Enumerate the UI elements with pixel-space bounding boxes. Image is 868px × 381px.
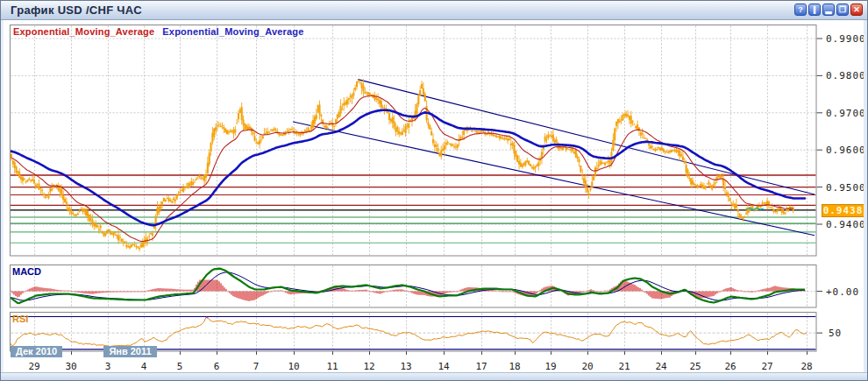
help-icon: ? (798, 5, 803, 14)
day-axis-label: 24 (650, 361, 672, 372)
pause-button[interactable]: ∥ (808, 4, 821, 16)
day-axis-label: 13 (395, 361, 417, 372)
rsi-mid-label: 50 (829, 328, 842, 339)
day-axis-label: 19 (539, 361, 562, 372)
price-axis-label: 0.9400 (826, 219, 866, 230)
price-axis-label: 0.9700 (826, 108, 866, 119)
day-axis-label: 18 (503, 361, 526, 372)
price-axis-label: 0.9900 (826, 33, 866, 45)
day-axis-label: 29 (23, 361, 46, 372)
day-axis-label: 3 (96, 361, 119, 372)
day-axis-label: 27 (756, 361, 779, 372)
window-frame-left (1, 20, 4, 380)
window-controls: ? ∥ ▂ ❐ ✕ (794, 4, 863, 16)
day-axis-label: 11 (321, 361, 344, 372)
day-axis-label: 12 (358, 361, 381, 372)
price-axis-label: 0.9600 (826, 145, 866, 156)
macd-layer (11, 269, 805, 304)
current-price-badge: 0.9438 (822, 204, 864, 217)
restore-button[interactable]: ❐ (836, 4, 849, 16)
window-frame-right (864, 20, 867, 380)
ema-fast-label: Exponential_Moving_Average (13, 26, 154, 37)
chart-client-area: Exponential_Moving_AverageExponential_Mo… (1, 20, 867, 380)
price-axis-label: 0.9500 (826, 182, 866, 194)
price-axis-label: 0.9800 (826, 70, 866, 81)
ema-legend: Exponential_Moving_AverageExponential_Mo… (13, 26, 304, 37)
day-axis-label: 26 (719, 361, 742, 372)
gridlines (11, 26, 816, 351)
day-axis-label: 5 (168, 361, 191, 372)
rsi-panel-label: RSI (12, 314, 28, 324)
macd-panel-label: MACD (12, 266, 41, 277)
window-title: График USD /CHF ЧАС (11, 4, 142, 17)
price-chart-svg[interactable] (1, 20, 868, 381)
day-axis-label: 21 (613, 361, 636, 372)
restore-icon: ❐ (839, 5, 846, 14)
chart-window: График USD /CHF ЧАС ? ∥ ▂ ❐ ✕ Exponentia… (0, 0, 868, 381)
day-axis-label: 20 (576, 361, 599, 372)
day-axis-label: 14 (432, 361, 455, 372)
close-button[interactable]: ✕ (850, 4, 863, 16)
day-axis-label: 6 (205, 361, 228, 372)
help-button[interactable]: ? (794, 4, 807, 16)
minimize-button[interactable]: ▂ (822, 4, 835, 16)
main-panel-border (11, 25, 817, 257)
month-label: Янв 2011 (103, 346, 157, 357)
trendlines (293, 80, 815, 236)
macd-zero-label: +0.00 (826, 286, 859, 298)
day-axis-label: 25 (684, 361, 707, 372)
day-axis-label: 30 (60, 361, 82, 372)
window-frame-bottom (1, 372, 867, 380)
month-label: Дек 2010 (11, 346, 62, 357)
day-axis-label: 4 (132, 361, 155, 372)
close-icon: ✕ (853, 5, 860, 14)
ema-slow-label: Exponential_Moving_Average (162, 26, 303, 37)
titlebar[interactable]: График USD /CHF ЧАС ? ∥ ▂ ❐ ✕ (1, 1, 867, 20)
candles-layer (11, 79, 793, 251)
day-axis-label: 10 (282, 361, 305, 372)
pause-icon: ∥ (813, 5, 817, 14)
ema-fast-line (11, 95, 793, 241)
minimize-icon: ▂ (826, 5, 832, 14)
day-axis-label: 28 (795, 361, 818, 372)
day-axis-label: 7 (245, 361, 267, 372)
day-axis-label: 17 (470, 361, 493, 372)
